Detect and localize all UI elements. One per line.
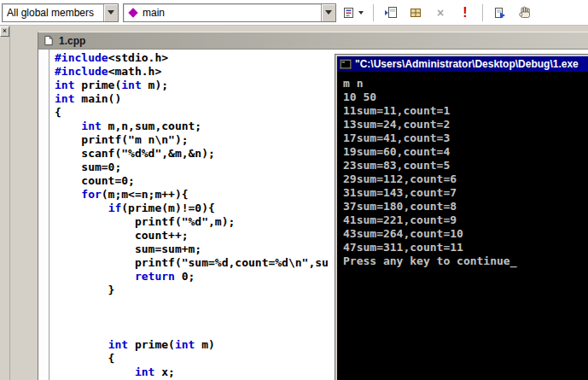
console-line: 31sum=143,count=7 — [343, 186, 585, 200]
console-line: m n — [343, 77, 585, 91]
editor-title-text: 1.cpp — [59, 35, 85, 47]
breakpoint-button[interactable] — [515, 3, 535, 23]
wizard-actions-icon — [343, 6, 357, 20]
code-line: printf("%d",m); — [55, 215, 329, 229]
code-area[interactable]: #include<stdio.h>#include<math.h>int pri… — [49, 50, 329, 380]
code-line — [55, 311, 329, 324]
toolbar-separator — [482, 4, 483, 21]
code-line: printf("m n\n"); — [55, 133, 329, 147]
console-line: 19sum=60,count=4 — [343, 145, 585, 159]
chevron-down-icon — [358, 11, 364, 15]
ide-screen: All global members main — [0, 0, 588, 380]
code-line: #include<math.h> — [55, 65, 329, 79]
build-button[interactable] — [405, 3, 426, 23]
members-combo[interactable]: All global members — [2, 3, 119, 22]
function-combo-value: main — [143, 7, 165, 19]
code-line: int main() — [55, 92, 329, 106]
stop-build-button: × — [430, 3, 451, 23]
code-line: { — [55, 352, 329, 365]
code-line: } — [55, 284, 329, 297]
method-diamond-icon — [128, 8, 137, 17]
document-icon — [43, 35, 55, 46]
close-icon[interactable]: × — [0, 26, 9, 37]
code-line: count=0; — [55, 174, 329, 188]
code-line: int prime(int m); — [55, 79, 329, 92]
console-line: 41sum=221,count=9 — [343, 213, 585, 227]
code-line: sum=sum+m; — [55, 243, 329, 256]
stop-build-icon: × — [437, 6, 444, 20]
console-line: 10 50 — [343, 91, 585, 104]
console-icon — [340, 59, 352, 70]
code-line: scanf("%d%d",&m,&n); — [55, 147, 329, 161]
console-line: 23sum=83,count=5 — [343, 159, 585, 172]
code-line: sum=0; — [55, 161, 329, 174]
console-line: 37sum=180,count=8 — [343, 200, 585, 213]
console-titlebar[interactable]: "C:\Users\Administrator\Desktop\Debug\1.… — [337, 56, 588, 72]
code-line: int x; — [55, 365, 329, 379]
wizard-actions-button[interactable] — [341, 3, 366, 23]
console-cursor: _ — [510, 254, 517, 267]
console-title-text: "C:\Users\Administrator\Desktop\Debug\1.… — [355, 58, 579, 70]
code-line: return 0; — [55, 270, 329, 284]
breakpoint-hand-icon — [518, 6, 532, 20]
compile-button[interactable] — [381, 3, 401, 23]
go-icon — [493, 6, 507, 20]
chevron-down-icon[interactable] — [321, 4, 335, 21]
console-line: 47sum=311,count=11 — [343, 241, 585, 254]
console-line: 29sum=112,count=6 — [343, 172, 585, 186]
code-line: count++; — [55, 229, 329, 243]
editor-titlebar[interactable]: 1.cpp — [38, 32, 588, 50]
chevron-down-icon[interactable] — [103, 4, 118, 21]
code-line — [55, 324, 329, 338]
code-line: if(prime(m)!=0){ — [55, 202, 329, 215]
console-window: "C:\Users\Administrator\Desktop\Debug\1.… — [335, 55, 588, 380]
members-combo-value: All global members — [7, 7, 94, 19]
left-dock-rail: × — [0, 26, 10, 380]
execute-program-icon: ! — [463, 6, 467, 20]
console-line: 43sum=264,count=10 — [343, 227, 585, 241]
toolbar-separator — [373, 4, 374, 21]
console-line: 13sum=24,count=2 — [343, 118, 585, 132]
wizard-toolbar: All global members main — [0, 0, 588, 26]
selection-margin[interactable] — [38, 50, 49, 380]
code-line: #include<stdio.h> — [55, 51, 329, 65]
code-line — [55, 297, 329, 311]
code-line: for(m;m<=n;m++){ — [55, 188, 329, 202]
console-line: 17sum=41,count=3 — [343, 132, 585, 145]
execute-program-button[interactable]: ! — [455, 3, 475, 23]
go-button[interactable] — [490, 3, 510, 23]
build-icon — [409, 6, 422, 20]
compile-icon — [384, 6, 398, 20]
code-line: { — [55, 106, 329, 120]
console-text[interactable]: m n10 5011sum=11,count=113sum=24,count=2… — [337, 72, 588, 273]
console-line: 11sum=11,count=1 — [343, 104, 585, 118]
code-line: int prime(int m) — [55, 338, 329, 352]
code-line: int m,n,sum,count; — [55, 120, 329, 133]
code-line: printf("sum=%d,count=%d\n",su — [55, 256, 329, 270]
function-combo[interactable]: main — [123, 3, 336, 22]
console-line: Press any key to continue_ — [343, 254, 585, 268]
